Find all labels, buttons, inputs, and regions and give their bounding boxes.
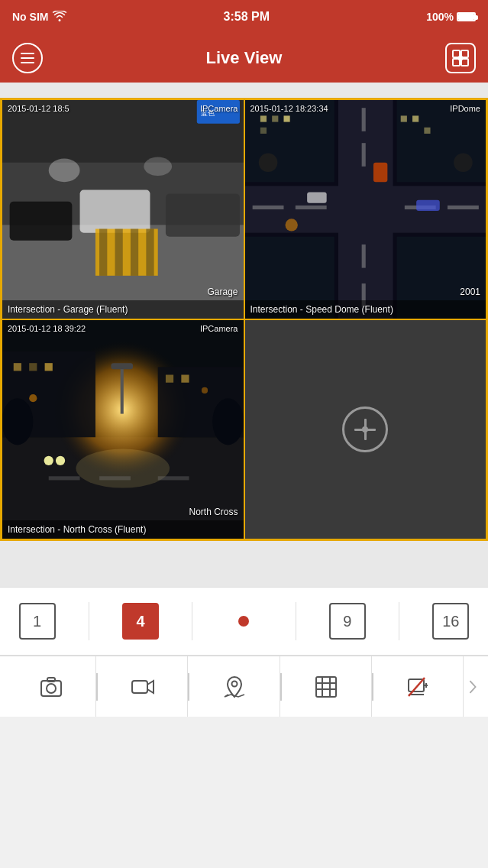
camera-cell-1[interactable]: 蓝色 2015-01-12 18:5 IPCamera Garage Inter… (2, 100, 244, 319)
svg-rect-59 (166, 375, 173, 383)
cam1-timestamp: 2015-01-12 18:5 (8, 104, 69, 113)
svg-point-66 (29, 394, 37, 402)
svg-rect-57 (29, 363, 37, 371)
page-title: Live View (206, 48, 283, 68)
divider-2 (192, 602, 192, 640)
svg-rect-52 (121, 367, 124, 413)
battery-percent: 100% (426, 11, 454, 23)
cam3-overlay-top: 2015-01-12 18 39:22 IPCamera (2, 320, 244, 337)
svg-line-84 (409, 678, 425, 696)
bottom-toolbar (0, 656, 488, 717)
svg-rect-28 (295, 206, 326, 209)
svg-rect-45 (373, 163, 386, 183)
status-bar: No SIM 3:58 PM 100% (0, 0, 488, 34)
svg-rect-60 (181, 375, 189, 383)
cam2-title: Intersection - Speed Dome (Fluent) (245, 300, 486, 319)
svg-rect-73 (132, 681, 147, 693)
more-button[interactable] (464, 656, 482, 717)
filter-button[interactable] (282, 656, 372, 717)
status-left: No SIM (12, 11, 66, 24)
record-button[interactable] (98, 656, 188, 717)
grid-4-box: 4 (122, 603, 159, 640)
svg-point-65 (56, 456, 65, 465)
svg-point-33 (285, 219, 297, 231)
svg-rect-62 (99, 476, 131, 480)
camera-cell-4[interactable] (244, 319, 486, 539)
camera-cell-3[interactable]: 2015-01-12 18 39:22 IPCamera North Cross… (2, 319, 244, 539)
cam2-type: IPDome (450, 104, 480, 113)
grid-16-box: 16 (432, 603, 469, 640)
svg-rect-44 (424, 128, 430, 134)
grid-9-option[interactable]: 9 (325, 598, 370, 644)
wifi-icon (53, 11, 66, 24)
svg-rect-47 (416, 200, 440, 211)
divider-1 (89, 602, 89, 640)
svg-rect-61 (49, 476, 80, 480)
time-label: 3:58 PM (224, 10, 270, 24)
cam1-title: Intersection - Garage (Fluent) (2, 300, 244, 319)
grid-16-option[interactable]: 16 (428, 598, 473, 644)
cam2-overlay-top: 2015-01-12 18:23:34 IPDome (245, 100, 486, 117)
svg-point-67 (202, 387, 208, 394)
cam2-sublabel: 2001 (460, 287, 480, 297)
svg-rect-8 (10, 202, 73, 241)
menu-button[interactable] (12, 43, 43, 73)
battery-icon (457, 12, 476, 21)
cam1-type: IPCamera (200, 104, 238, 113)
grid-dot-option[interactable] (221, 598, 267, 644)
svg-rect-41 (260, 128, 266, 134)
svg-point-17 (144, 157, 172, 177)
svg-rect-72 (47, 678, 55, 682)
disconnect-button[interactable] (373, 656, 464, 717)
svg-point-71 (47, 684, 56, 693)
bottom-spacer (0, 541, 488, 587)
svg-rect-12 (99, 229, 107, 276)
svg-rect-25 (361, 245, 365, 268)
grid-dot (238, 616, 249, 627)
hamburger-icon (21, 53, 34, 63)
svg-rect-46 (307, 193, 327, 203)
svg-point-64 (44, 456, 53, 465)
grid-4-option[interactable]: 4 (118, 598, 163, 644)
grid-selector: 1 4 9 16 (0, 587, 488, 656)
camera-grid: 蓝色 2015-01-12 18:5 IPCamera Garage Inter… (0, 98, 488, 541)
snapshot-button[interactable] (6, 656, 96, 717)
grid-9-box: 9 (329, 603, 366, 640)
svg-rect-9 (80, 189, 150, 232)
camera-cell-2[interactable]: 2015-01-12 18:23:34 IPDome 2001 Intersec… (244, 100, 486, 319)
cam3-timestamp: 2015-01-12 18 39:22 (8, 324, 86, 333)
svg-rect-75 (316, 677, 336, 697)
svg-rect-56 (14, 363, 21, 371)
svg-rect-15 (146, 229, 154, 276)
svg-rect-13 (115, 229, 123, 276)
svg-rect-24 (361, 143, 365, 167)
map-button[interactable] (189, 656, 280, 717)
svg-point-74 (232, 681, 238, 686)
layout-button[interactable] (445, 43, 476, 73)
status-right: 100% (426, 11, 476, 23)
top-spacer (0, 83, 488, 98)
svg-point-4 (459, 57, 463, 60)
cam2-timestamp: 2015-01-12 18:23:34 (250, 104, 328, 113)
nav-bar: Live View (0, 34, 488, 83)
grid-1-box: 1 (19, 603, 56, 640)
svg-rect-27 (252, 206, 283, 209)
add-camera-icon (342, 406, 388, 452)
divider-4 (399, 602, 399, 640)
svg-rect-14 (131, 229, 138, 276)
svg-rect-58 (45, 363, 53, 371)
svg-rect-63 (158, 476, 189, 480)
cam3-type: IPCamera (200, 324, 238, 333)
cam1-overlay-top: 2015-01-12 18:5 IPCamera (2, 100, 244, 117)
grid-1-option[interactable]: 1 (15, 598, 60, 644)
svg-rect-53 (111, 363, 133, 369)
cam3-sublabel: North Cross (189, 507, 238, 517)
svg-rect-10 (166, 194, 240, 237)
cam3-title: Intersection - North Cross (Fluent) (2, 520, 244, 539)
cam1-sublabel: Garage (207, 287, 238, 297)
svg-point-51 (76, 449, 170, 488)
svg-point-68 (2, 398, 33, 445)
svg-point-69 (212, 398, 243, 445)
carrier-label: No SIM (12, 11, 48, 23)
svg-point-16 (49, 159, 80, 183)
